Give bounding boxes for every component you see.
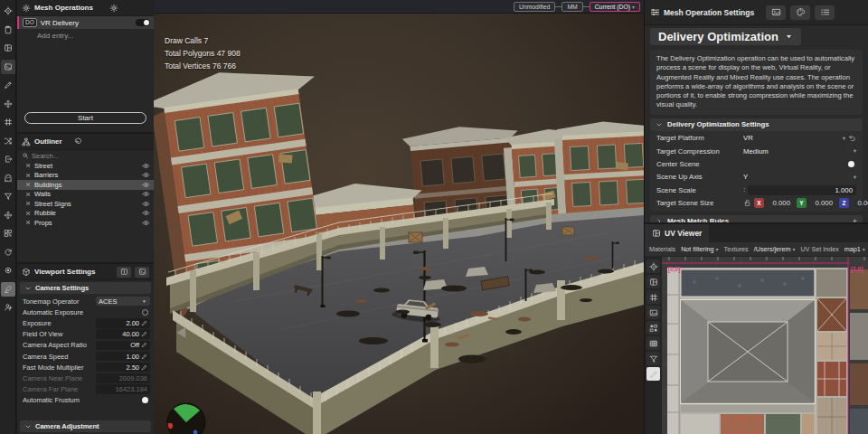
image-view-button[interactable] bbox=[766, 5, 786, 20]
operation-enabled-toggle[interactable] bbox=[136, 19, 150, 26]
setting-toggle[interactable] bbox=[142, 397, 148, 403]
tool-grid[interactable] bbox=[1, 115, 15, 129]
tool-refresh[interactable] bbox=[1, 245, 15, 259]
pencil-icon[interactable] bbox=[141, 320, 147, 326]
viewport-settings-title: Viewport Settings bbox=[34, 268, 95, 276]
drag-handle-icon[interactable]: ∶ bbox=[743, 186, 745, 194]
chevron-down-icon bbox=[24, 423, 32, 430]
tool-transform[interactable] bbox=[1, 208, 15, 222]
outliner-item-street-signs[interactable]: Street Signs bbox=[17, 199, 154, 209]
delivery-dropdown-value[interactable]: Y bbox=[743, 173, 851, 181]
axis-value-x[interactable]: 0.000 bbox=[767, 199, 790, 207]
setting-row-camera-speed: Camera Speed1.00 bbox=[17, 351, 154, 362]
operation-entry-vr-delivery[interactable]: DO VR Delivery bbox=[17, 16, 154, 29]
delivery-dropdown-value[interactable]: Medium bbox=[743, 147, 851, 156]
start-button[interactable]: Start bbox=[24, 112, 146, 124]
uv-dropdown--users-jerem[interactable]: /Users/jerem▾ bbox=[754, 245, 796, 253]
axis-value-z[interactable]: 0.000 bbox=[852, 199, 868, 207]
material-view-button[interactable] bbox=[790, 5, 810, 20]
setting-toggle[interactable] bbox=[142, 309, 148, 316]
eye-icon[interactable] bbox=[142, 171, 150, 179]
outliner-item-rubble[interactable]: Rubble bbox=[17, 209, 154, 219]
uv-tool-checker[interactable] bbox=[646, 321, 660, 335]
tool-sign-out[interactable] bbox=[1, 152, 15, 166]
eye-icon[interactable] bbox=[142, 209, 150, 217]
tool-pencil[interactable] bbox=[1, 78, 15, 92]
eye-icon[interactable] bbox=[142, 200, 150, 208]
uv-tool-rail bbox=[645, 257, 662, 434]
operation-selector[interactable]: Delivery Optimization bbox=[650, 28, 801, 45]
setting-input[interactable]: 2.00 bbox=[96, 318, 150, 328]
uv-toolbar-label: Textures bbox=[724, 245, 749, 253]
ghost-icon bbox=[4, 174, 13, 183]
tool-shuffle[interactable] bbox=[1, 134, 15, 148]
revert-icon[interactable] bbox=[848, 134, 856, 142]
lock-icon[interactable] bbox=[743, 199, 751, 207]
setting-input[interactable]: Off bbox=[96, 341, 150, 351]
setting-label: Fast Mode Multiplier bbox=[23, 363, 96, 372]
delivery-row-target-scene-size: Target Scene SizeX0.000Y0.000Z0.000 bbox=[650, 196, 863, 209]
eye-icon[interactable] bbox=[142, 162, 150, 170]
outliner-search[interactable]: Search... bbox=[17, 150, 154, 161]
viewport-settings-panel: Viewport Settings Camera Settings Tonema… bbox=[17, 264, 154, 434]
scene-scale-input[interactable]: 1.000 bbox=[748, 185, 856, 195]
uv-dropdown-map1[interactable]: map1▾ bbox=[844, 245, 865, 253]
uv-tool-image[interactable] bbox=[646, 306, 660, 319]
uv-tool-table[interactable] bbox=[646, 336, 660, 350]
axis-value-y[interactable]: 0.000 bbox=[809, 199, 833, 207]
camera-settings-section[interactable]: Camera Settings bbox=[20, 282, 151, 294]
console-view-button[interactable] bbox=[135, 267, 149, 278]
pencil-icon[interactable] bbox=[141, 364, 147, 371]
tool-layout[interactable] bbox=[1, 41, 15, 55]
tab-mesh-operation-settings[interactable]: Mesh Operation Settings bbox=[650, 7, 754, 17]
setting-dropdown[interactable]: ACES bbox=[96, 297, 150, 307]
tool-person-add[interactable] bbox=[1, 300, 15, 315]
setting-input[interactable]: 2.50 bbox=[96, 363, 150, 373]
outliner-item-walls[interactable]: Walls bbox=[17, 190, 154, 200]
camera-adjustment-section[interactable]: Camera Adjustment bbox=[20, 420, 151, 432]
uv-tool-layout[interactable] bbox=[646, 275, 660, 288]
tool-terminal[interactable] bbox=[1, 60, 15, 74]
eye-icon[interactable] bbox=[142, 190, 150, 198]
setting-input[interactable]: 40.00 bbox=[96, 329, 150, 339]
layout-icon bbox=[652, 229, 661, 238]
view-state-current-do-[interactable]: Current (DO)▾ bbox=[590, 2, 640, 12]
list-view-button[interactable] bbox=[815, 5, 835, 20]
uv-tool-target[interactable] bbox=[646, 259, 660, 273]
tool-record[interactable] bbox=[1, 263, 15, 278]
uv-dropdown-not-filtering[interactable]: Not filtering▾ bbox=[681, 245, 718, 253]
uv-origin-label: [0,0] bbox=[668, 266, 680, 273]
tool-lamp[interactable] bbox=[1, 282, 15, 297]
setting-input[interactable]: 1.00 bbox=[96, 352, 150, 362]
tool-move[interactable] bbox=[1, 97, 15, 111]
tool-filter[interactable] bbox=[1, 189, 15, 203]
outliner-item-street[interactable]: Street bbox=[17, 161, 154, 171]
eye-icon[interactable] bbox=[142, 181, 150, 189]
delivery-dropdown-value[interactable]: VR bbox=[743, 134, 840, 142]
delivery-toggle[interactable] bbox=[848, 161, 854, 167]
delivery-settings-section[interactable]: Delivery Optimization Settings bbox=[650, 118, 863, 131]
outliner-item-buildings[interactable]: Buildings bbox=[17, 180, 154, 190]
uv-tool-grid[interactable] bbox=[646, 290, 660, 304]
pencil-icon[interactable] bbox=[141, 331, 147, 337]
eye-icon[interactable] bbox=[142, 219, 150, 227]
outliner-item-barriers[interactable]: Barriers bbox=[17, 171, 154, 181]
pencil-icon[interactable] bbox=[141, 354, 147, 360]
tool-target[interactable] bbox=[1, 4, 15, 18]
tool-ghost[interactable] bbox=[1, 171, 15, 185]
undo-icon[interactable] bbox=[73, 137, 82, 146]
uv-tool-filter[interactable] bbox=[646, 352, 660, 365]
pencil-icon[interactable] bbox=[141, 342, 147, 348]
viewport-3d[interactable]: UnmodifiedMMCurrent (DO)▾ Draw Calls 7To… bbox=[154, 0, 644, 434]
tab-uv-viewer[interactable]: UV Viewer bbox=[645, 224, 709, 242]
uv-canvas[interactable]: [0,0] [1,0] bbox=[662, 257, 868, 434]
view-state-mm[interactable]: MM bbox=[561, 2, 582, 12]
tool-qr[interactable] bbox=[1, 226, 15, 241]
add-entry-button[interactable]: Add entry... bbox=[17, 29, 154, 40]
single-view-button[interactable] bbox=[117, 267, 131, 278]
view-state-unmodified[interactable]: Unmodified bbox=[514, 2, 555, 12]
tool-clipboard[interactable] bbox=[1, 23, 15, 37]
gear-icon[interactable] bbox=[109, 4, 118, 13]
uv-tool-pencil[interactable] bbox=[646, 367, 660, 381]
outliner-item-props[interactable]: Props bbox=[17, 218, 154, 228]
